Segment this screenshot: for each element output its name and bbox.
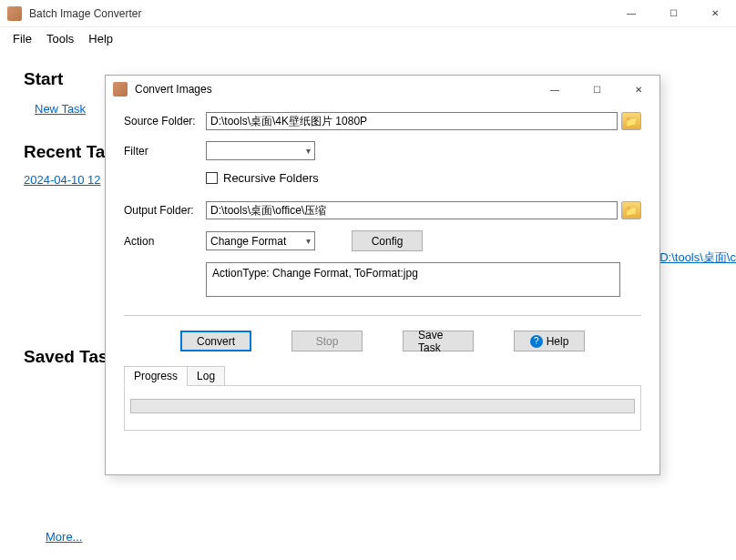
action-value: Change Format (210, 235, 286, 248)
close-button[interactable]: ✕ (694, 0, 736, 27)
tabs: Progress Log (124, 366, 641, 386)
stop-button: Stop (291, 331, 363, 351)
filter-label: Filter (124, 145, 206, 158)
dialog-title: Convert Images (135, 83, 534, 96)
divider (124, 315, 641, 316)
menu-file[interactable]: File (5, 30, 39, 47)
recursive-label: Recursive Folders (223, 171, 319, 185)
output-folder-input[interactable] (206, 201, 618, 219)
action-info-box: ActionType: Change Format, ToFormat:jpg (206, 262, 620, 297)
menubar: File Tools Help (0, 27, 736, 49)
recursive-checkbox[interactable] (206, 172, 218, 184)
progress-bar (130, 399, 635, 413)
main-titlebar: Batch Image Converter — ☐ ✕ (0, 0, 736, 27)
window-title: Batch Image Converter (29, 7, 610, 20)
convert-button[interactable]: Convert (180, 331, 251, 351)
minimize-button[interactable]: — (610, 0, 652, 27)
save-task-button[interactable]: Save Task (403, 331, 474, 351)
maximize-button[interactable]: ☐ (652, 0, 694, 27)
dialog-app-icon (113, 82, 128, 97)
tab-log[interactable]: Log (187, 366, 225, 386)
menu-help[interactable]: Help (81, 30, 120, 47)
help-icon: ? (530, 335, 543, 348)
source-folder-input[interactable] (206, 112, 618, 130)
tab-panel (124, 385, 641, 431)
tab-progress[interactable]: Progress (124, 366, 188, 386)
action-combo[interactable]: Change Format (206, 231, 315, 250)
recent-task-link[interactable]: 2024-04-10 12 (24, 173, 101, 187)
folder-icon: 📁 (625, 116, 638, 127)
browse-source-button[interactable]: 📁 (621, 112, 641, 130)
new-task-link[interactable]: New Task (35, 102, 86, 116)
action-label: Action (124, 235, 206, 248)
browse-output-button[interactable]: 📁 (621, 201, 641, 219)
help-label: Help (547, 335, 569, 348)
output-folder-label: Output Folder: (124, 204, 206, 217)
dialog-maximize-button[interactable]: ☐ (576, 76, 618, 103)
dialog-close-button[interactable]: ✕ (618, 76, 659, 103)
app-icon (7, 6, 22, 21)
filter-combo[interactable] (206, 141, 315, 160)
source-folder-label: Source Folder: (124, 115, 206, 127)
convert-images-dialog: Convert Images — ☐ ✕ Source Folder: 📁 Fi… (105, 75, 660, 475)
more-link[interactable]: More... (46, 530, 82, 544)
dialog-minimize-button[interactable]: — (534, 76, 576, 103)
menu-tools[interactable]: Tools (39, 30, 81, 47)
dialog-titlebar[interactable]: Convert Images — ☐ ✕ (106, 76, 659, 103)
config-button[interactable]: Config (352, 230, 423, 251)
folder-icon: 📁 (625, 205, 638, 217)
help-button[interactable]: ? Help (514, 331, 585, 351)
